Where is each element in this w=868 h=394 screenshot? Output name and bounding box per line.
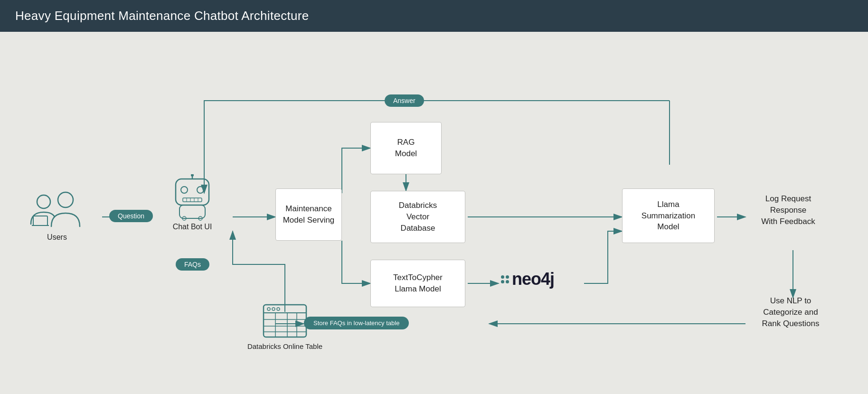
svg-rect-13: [33, 216, 47, 225]
databricks-vector-box: Databricks Vector Database: [370, 191, 465, 243]
page-title: Heavy Equipment Maintenance Chatbot Arch…: [15, 9, 309, 23]
llama-summ-box: Llama Summarization Model: [622, 188, 715, 243]
maintenance-model-box: Maintenance Model Serving: [275, 188, 342, 241]
svg-point-32: [272, 308, 275, 310]
svg-point-31: [267, 308, 270, 310]
svg-point-20: [191, 174, 194, 177]
log-request-box: Log Request Response With Feedback: [741, 193, 836, 227]
databricks-online-table-label: Databricks Online Table: [242, 342, 328, 350]
svg-point-17: [181, 187, 188, 193]
svg-point-33: [277, 308, 280, 310]
svg-rect-21: [183, 198, 202, 202]
faqs-pill: FAQs: [176, 258, 209, 271]
chatbot-label: Chat Bot UI: [157, 223, 228, 231]
rag-model-box: RAG Model: [370, 122, 442, 174]
texttocy-box: TextToCypher Llama Model: [370, 260, 465, 307]
header: Heavy Equipment Maintenance Chatbot Arch…: [0, 0, 868, 32]
svg-point-18: [197, 187, 204, 193]
chatbot-icon-group: Chat Bot UI: [157, 174, 228, 231]
svg-point-15: [58, 192, 73, 207]
use-nlp-box: Use NLP to Categorize and Rank Questions: [741, 295, 840, 329]
neo4j-logo: neo4j: [501, 269, 554, 289]
databricks-online-table-icon: Databricks Online Table: [242, 302, 328, 350]
answer-pill: Answer: [385, 94, 424, 107]
users-icon-group: Users: [19, 188, 95, 242]
question-pill: Question: [109, 210, 153, 222]
canvas: Users Question Chat Bot UI: [0, 32, 868, 393]
users-label: Users: [19, 233, 95, 242]
svg-rect-16: [176, 179, 209, 205]
svg-point-12: [37, 195, 50, 208]
